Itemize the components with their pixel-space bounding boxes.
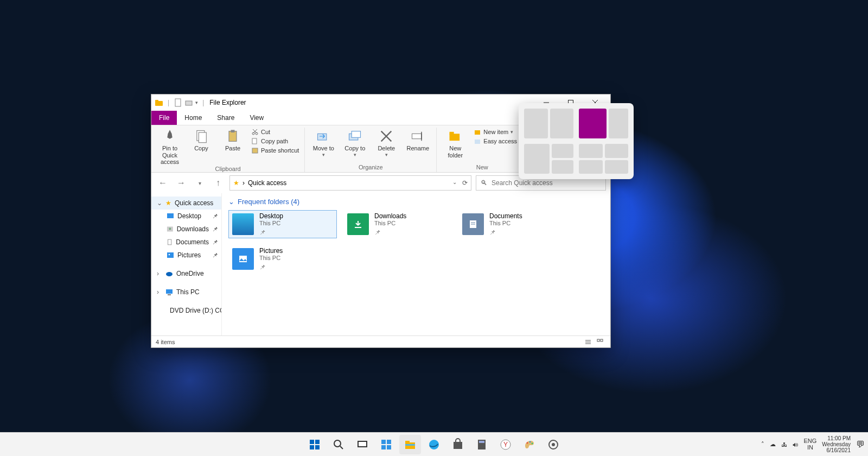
svg-rect-44 [168,294,171,295]
taskbar[interactable]: Y ˄ ☁ 🖧︎ 🔊︎ ENGIN 11:00 PM Wednesday 6/1… [0,432,868,456]
taskview-button[interactable] [352,435,373,454]
onedrive-tray-icon[interactable]: ☁ [770,441,776,448]
svg-point-79 [532,442,533,444]
network-icon[interactable]: 🖧︎ [781,441,787,448]
paint-button[interactable] [519,435,540,454]
document-icon[interactable] [174,98,182,107]
snap-layout-two-col[interactable] [524,109,573,138]
volume-icon[interactable]: 🔊︎ [793,441,799,448]
sidebar-item-thispc[interactable]: ›This PC [151,286,221,299]
svg-rect-66 [381,445,386,449]
tile-desktop[interactable]: DesktopThis PC📌︎ [228,210,337,238]
tile-downloads[interactable]: DownloadsThis PC📌︎ [343,210,452,238]
sidebar-item-dvd[interactable]: DVD Drive (D:) CC [151,304,221,317]
svg-rect-55 [601,339,603,341]
svg-rect-70 [405,444,415,446]
sidebar-item-documents[interactable]: Documents📌︎ [151,236,221,249]
copy-to-button[interactable]: Copy to▾ [341,128,369,157]
tile-pictures[interactable]: PicturesThis PC📌︎ [228,245,337,273]
forward-button[interactable]: → [174,176,188,190]
new-item-button[interactable]: New item▾ [473,128,523,136]
tray-chevron-icon[interactable]: ˄ [761,441,764,448]
back-button[interactable]: ← [156,176,170,190]
svg-point-77 [527,442,528,444]
svg-rect-16 [252,138,257,144]
snap-layout-two-col-wide[interactable] [579,109,628,138]
explorer-taskbar-button[interactable] [399,435,421,454]
svg-rect-65 [387,440,391,444]
easy-access-button[interactable]: Easy access▾ [473,137,523,145]
tab-home[interactable]: Home [177,111,209,125]
tab-view[interactable]: View [242,111,271,125]
star-icon: ★ [233,179,239,187]
address-bar[interactable]: ★ › Quick access ⌄ ⟳ [229,175,471,191]
ribbon-group-new: New folder New item▾ Easy access▾ New [437,128,528,172]
new-folder-button[interactable]: New folder [441,128,469,159]
svg-rect-57 [315,440,320,444]
app-button[interactable]: Y [495,435,516,454]
calculator-button[interactable] [471,435,493,454]
tab-file[interactable]: File [151,111,177,125]
system-tray[interactable]: ˄ ☁ 🖧︎ 🔊︎ ENGIN 11:00 PM Wednesday 6/16/… [761,435,865,453]
sidebar-item-desktop[interactable]: Desktop📌︎ [151,210,221,223]
window-title: File Explorer [209,99,246,106]
svg-rect-37 [167,213,174,218]
details-view-button[interactable] [582,337,594,347]
downloads-icon [353,219,363,230]
paste-shortcut-button[interactable]: Paste shortcut [250,146,300,155]
content-pane[interactable]: ⌄Frequent folders (4) DesktopThis PC📌︎ D… [222,193,610,335]
svg-point-81 [552,443,555,446]
svg-rect-1 [155,100,158,102]
edge-button[interactable] [423,435,445,454]
group-header[interactable]: ⌄Frequent folders (4) [228,198,604,206]
search-button[interactable] [328,435,349,454]
sidebar-item-pictures[interactable]: Pictures📌︎ [151,249,221,262]
search-icon: 🔍︎ [481,179,487,187]
snap-layout-quad[interactable] [579,144,628,174]
tile-documents[interactable]: DocumentsThis PC📌︎ [458,210,567,238]
svg-point-42 [166,272,173,276]
copy-path-button[interactable]: Copy path [250,137,300,145]
folder-icon [155,98,163,107]
clock[interactable]: 11:00 PM Wednesday 6/16/2021 [822,435,851,453]
svg-rect-64 [381,440,386,444]
snap-layout-three-col[interactable] [524,144,573,174]
svg-point-41 [169,254,170,256]
svg-point-60 [334,440,341,447]
start-button[interactable] [304,435,326,454]
svg-rect-50 [239,256,247,262]
svg-rect-74 [479,441,484,443]
sidebar-item-quickaccess[interactable]: ⌄★Quick access [151,197,221,210]
widgets-button[interactable] [375,435,397,454]
store-button[interactable] [447,435,469,454]
downloads-icon [167,225,174,233]
move-to-button[interactable]: Move to▾ [309,128,337,157]
sidebar-item-onedrive[interactable]: ›OneDrive [151,267,221,280]
dropdown-arrow-icon[interactable]: ▾ [195,100,198,105]
lang2[interactable]: IN [807,445,813,451]
pin-quickaccess-button[interactable]: Pin to Quick access [156,128,184,166]
svg-rect-59 [315,445,320,449]
up-button[interactable]: ↑ [211,176,225,190]
rename-button[interactable]: Rename [404,128,432,152]
folder-small-icon[interactable] [184,98,193,107]
svg-rect-11 [231,130,235,132]
thumbnails-view-button[interactable] [594,337,606,347]
breadcrumb-location[interactable]: Quick access [248,179,286,187]
settings-button[interactable] [542,435,564,454]
sidebar-item-downloads[interactable]: Downloads📌︎ [151,223,221,236]
recent-dropdown[interactable]: ▾ [193,176,207,190]
navigation-pane[interactable]: ⌄★Quick access Desktop📌︎ Downloads📌︎ Doc… [151,193,222,335]
copy-button[interactable]: Copy [187,128,215,152]
delete-button[interactable]: Delete▾ [372,128,400,157]
notifications-icon[interactable]: 💬︎ [856,440,865,449]
lang1[interactable]: ENG [804,438,817,445]
chevron-down-icon[interactable]: ⌄ [452,179,457,187]
chevron-down-icon: ⌄ [228,198,234,206]
refresh-icon[interactable]: ⟳ [462,179,468,187]
cut-button[interactable]: Cut [250,128,300,136]
svg-rect-40 [167,252,174,258]
tab-share[interactable]: Share [209,111,242,125]
paste-button[interactable]: Paste [219,128,247,152]
desktop-icon [237,218,249,230]
